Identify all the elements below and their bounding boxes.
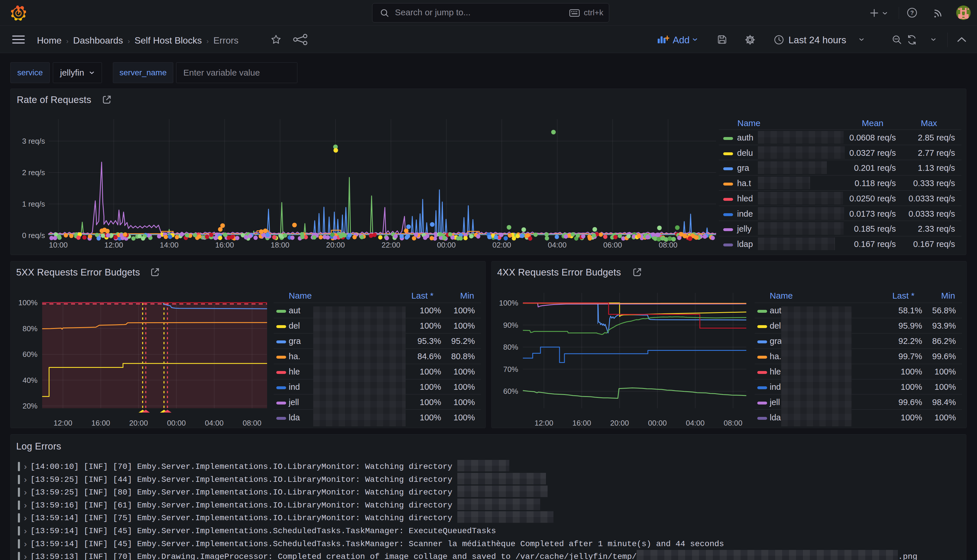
svg-text:?: ? — [910, 10, 914, 16]
